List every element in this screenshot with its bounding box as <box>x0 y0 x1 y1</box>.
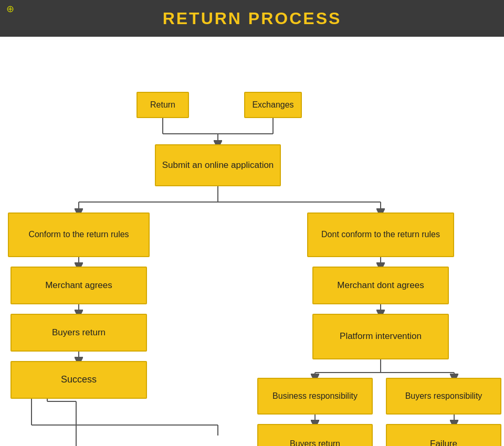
crosshair-icon: ⊕ <box>6 4 14 14</box>
success-box: Success <box>10 361 147 399</box>
merchant-dont-box: Merchant dont agrees <box>312 267 449 304</box>
exchanges-box: Exchanges <box>244 92 302 118</box>
platform-box: Platform intervention <box>312 314 449 359</box>
submit-box: Submit an online application <box>155 144 281 186</box>
conform-box: Conform to the return rules <box>8 213 150 257</box>
return-box: Return <box>136 92 189 118</box>
merchant-agrees-box: Merchant agrees <box>10 267 147 304</box>
buyers-resp-box: Buyers responsibility <box>386 378 501 415</box>
flowchart-area: Return Exchanges Submit an online applic… <box>0 37 504 446</box>
dont-conform-box: Dont conform to the return rules <box>307 213 454 257</box>
failure-box: Failure <box>386 424 501 446</box>
buyers-return-left-box: Buyers return <box>10 314 147 352</box>
buyers-return-right-box: Buyers return <box>257 424 373 446</box>
header: ⊕ RETURN PROCESS <box>0 0 504 37</box>
page-title: RETURN PROCESS <box>163 9 342 28</box>
business-resp-box: Business responsibility <box>257 378 373 415</box>
